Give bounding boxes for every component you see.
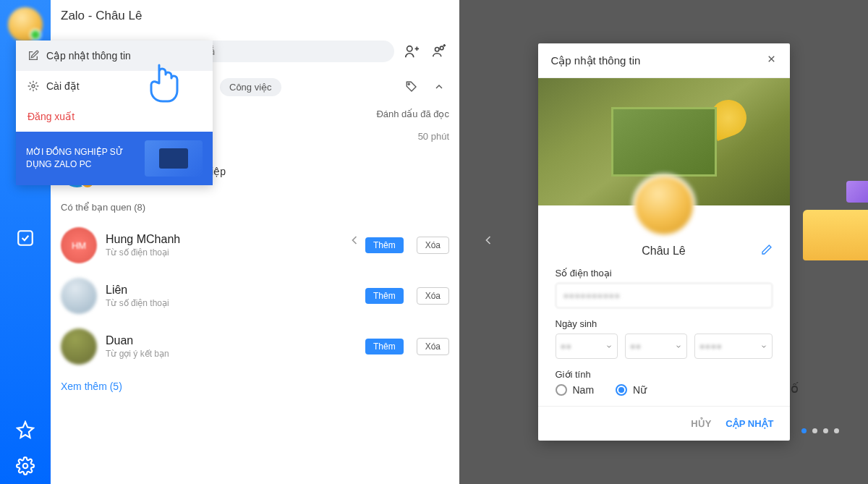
add-friend-icon[interactable] — [401, 41, 422, 61]
profile-avatar[interactable] — [632, 174, 696, 237]
add-button[interactable]: Thêm — [365, 237, 404, 253]
svg-point-6 — [408, 83, 409, 85]
add-button[interactable]: Thêm — [365, 339, 404, 354]
suggestion-sub: Từ số điện thoại — [106, 298, 357, 308]
radio-icon — [616, 384, 627, 396]
gender-female-radio[interactable]: Nữ — [616, 384, 647, 396]
suggestion-name: Liên — [106, 284, 357, 297]
mark-read-label[interactable]: Đánh dấu đã đọc — [376, 109, 449, 119]
user-avatar[interactable] — [8, 7, 43, 42]
phone-label: Số điện thoại — [556, 268, 773, 279]
edit-name-button[interactable] — [761, 244, 773, 258]
menu-settings[interactable]: Cài đặt — [16, 71, 213, 101]
window-title: Zalo - Châu Lê — [61, 9, 449, 23]
edit-icon — [27, 50, 39, 61]
svg-point-7 — [32, 85, 35, 88]
carousel-prev-icon[interactable] — [347, 228, 362, 257]
svg-point-1 — [23, 464, 28, 469]
gender-label: Giới tính — [556, 369, 773, 380]
svg-rect-0 — [18, 231, 33, 245]
radio-label: Nữ — [633, 384, 647, 396]
welcome-illustration — [788, 174, 868, 318]
dob-month-select[interactable]: ●● — [625, 334, 687, 359]
filter-chip-work[interactable]: Công việc — [220, 78, 281, 96]
see-more-link[interactable]: Xem thêm (5) — [51, 372, 459, 401]
banner-text: DỤNG ZALO PC — [26, 158, 137, 171]
update-info-modal: Cập nhật thông tin Châu Lê Số điện thoại… — [538, 43, 790, 441]
profile-name: Châu Lê — [642, 245, 686, 258]
suggestion-sub: Từ gợi ý kết bạn — [106, 349, 357, 359]
carousel-prev-icon[interactable] — [481, 228, 495, 257]
gender-male-radio[interactable]: Nam — [556, 384, 595, 396]
suggestion-sub: Từ số điện thoại — [106, 247, 357, 258]
menu-label: Cập nhật thông tin — [46, 50, 131, 61]
close-icon — [766, 54, 777, 64]
dob-year-select[interactable]: ●●●● — [694, 334, 773, 359]
suggestion-name: Duan — [106, 334, 357, 347]
banner-text: MỜI ĐỒNG NGHIỆP SỬ — [26, 146, 137, 158]
menu-label: Đăng xuất — [27, 111, 75, 122]
star-icon[interactable] — [0, 412, 51, 448]
section-title: Có thể bạn quen (8) — [51, 195, 459, 220]
tag-icon[interactable] — [401, 77, 422, 97]
svg-point-4 — [435, 48, 440, 52]
chevron-down-icon — [675, 343, 682, 350]
cancel-button[interactable]: HỦY — [691, 418, 711, 429]
invite-banner[interactable]: MỜI ĐỒNG NGHIỆP SỬ DỤNG ZALO PC — [16, 132, 213, 185]
suggestion-avatar — [61, 278, 97, 314]
suggestion-avatar: HM — [61, 227, 97, 263]
chevron-up-icon[interactable] — [429, 77, 449, 97]
svg-point-5 — [440, 46, 443, 50]
suggestion-item: Liên Từ số điện thoại Thêm Xóa — [51, 271, 459, 321]
carousel-dots[interactable] — [801, 428, 839, 433]
pencil-icon — [761, 244, 773, 255]
add-button[interactable]: Thêm — [365, 288, 404, 304]
phone-input[interactable]: ●●●●●●●●●● — [556, 283, 773, 308]
suggestion-item: Duan Từ gợi ý kết bạn Thêm Xóa — [51, 321, 459, 372]
chevron-down-icon — [605, 343, 613, 350]
menu-logout[interactable]: Đăng xuất — [16, 101, 213, 132]
radio-icon — [556, 384, 567, 396]
create-group-icon[interactable] — [429, 41, 449, 61]
dropdown-menu: Cập nhật thông tin Cài đặt Đăng xuất MỜI… — [16, 41, 213, 185]
suggestion-name: Hung MChanh — [106, 233, 357, 246]
dob-day-select[interactable]: ●● — [556, 334, 618, 359]
svg-point-3 — [407, 46, 412, 51]
close-button[interactable] — [766, 54, 777, 67]
delete-button[interactable]: Xóa — [417, 287, 449, 305]
menu-update-info[interactable]: Cập nhật thông tin — [16, 41, 213, 71]
radio-label: Nam — [573, 384, 595, 396]
gear-icon — [27, 80, 39, 92]
menu-label: Cài đặt — [46, 80, 80, 92]
modal-title: Cập nhật thông tin — [551, 54, 641, 67]
dob-label: Ngày sinh — [556, 318, 773, 329]
chevron-down-icon — [760, 343, 767, 350]
suggestion-item: HM Hung MChanh Từ số điện thoại Thêm Xóa — [51, 220, 459, 271]
delete-button[interactable]: Xóa — [417, 338, 449, 355]
submit-button[interactable]: CẬP NHẬT — [726, 418, 773, 429]
delete-button[interactable]: Xóa — [417, 237, 449, 254]
suggestion-avatar — [61, 328, 97, 365]
cursor-pointer-icon — [145, 61, 181, 108]
banner-graphic — [145, 140, 203, 177]
checkbox-icon[interactable] — [0, 220, 51, 256]
settings-icon[interactable] — [0, 448, 51, 484]
